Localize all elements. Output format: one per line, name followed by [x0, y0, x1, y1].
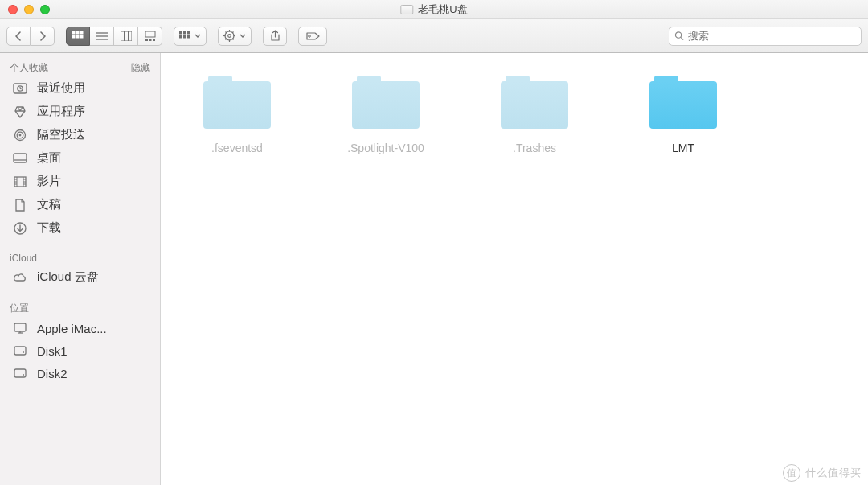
hdd-icon — [11, 366, 29, 380]
svg-rect-17 — [183, 31, 186, 35]
folder-item[interactable]: .fseventsd — [185, 76, 289, 154]
sidebar-item[interactable]: Disk1 — [0, 339, 160, 362]
chevron-down-icon — [194, 34, 201, 39]
sidebar-item[interactable]: Apple iMac... — [0, 317, 160, 339]
svg-rect-1 — [76, 31, 80, 35]
svg-rect-16 — [179, 31, 182, 35]
sidebar: 个人收藏隐藏最近使用应用程序隔空投送桌面影片文稿下载iCloudiCloud 云… — [0, 53, 161, 485]
title-bar: 老毛桃U盘 — [0, 0, 868, 19]
svg-rect-52 — [14, 323, 26, 331]
airdrop-icon — [11, 128, 29, 142]
clock-icon — [11, 81, 29, 96]
svg-rect-55 — [14, 347, 26, 355]
sidebar-section-title: iCloud — [10, 253, 37, 264]
tag-icon — [305, 31, 320, 41]
sidebar-item-label: 文稿 — [37, 197, 61, 212]
sidebar-item[interactable]: 下载 — [0, 216, 160, 240]
view-buttons — [66, 27, 162, 46]
sidebar-item[interactable]: Disk2 — [0, 362, 160, 384]
computer-icon — [11, 321, 29, 335]
list-icon — [96, 31, 108, 41]
maximize-window-button[interactable] — [40, 5, 50, 14]
content-area[interactable]: .fseventsd .Spotlight-V100 .Trashes LMT — [161, 53, 868, 485]
icon-view-button[interactable] — [66, 27, 90, 46]
sidebar-item-label: 桌面 — [37, 150, 61, 166]
sidebar-hide-button[interactable]: 隐藏 — [131, 61, 150, 75]
watermark-text: 什么值得买 — [805, 466, 862, 480]
svg-rect-57 — [14, 369, 26, 377]
gallery-icon — [145, 31, 156, 41]
toolbar — [0, 19, 868, 53]
close-window-button[interactable] — [8, 5, 18, 14]
window-title: 老毛桃U盘 — [400, 2, 467, 17]
sidebar-section-header: iCloud — [0, 249, 160, 265]
sidebar-item[interactable]: 文稿 — [0, 193, 160, 216]
folder-item[interactable]: .Trashes — [482, 76, 587, 154]
chevron-left-icon — [14, 31, 23, 41]
folder-label: .Trashes — [513, 142, 556, 154]
svg-rect-9 — [121, 31, 132, 41]
svg-rect-19 — [179, 35, 182, 39]
watermark-logo-icon: 值 — [783, 464, 800, 482]
arrange-button[interactable] — [174, 27, 207, 46]
svg-rect-15 — [153, 39, 155, 41]
folder-label: .fseventsd — [211, 142, 263, 154]
svg-line-34 — [681, 37, 683, 39]
search-field[interactable] — [669, 27, 862, 46]
sidebar-item[interactable]: iCloud 云盘 — [0, 265, 160, 289]
svg-rect-40 — [14, 154, 27, 162]
tags-group — [298, 27, 327, 46]
arrange-group — [174, 27, 207, 46]
sidebar-item-label: 隔空投送 — [37, 127, 85, 142]
sidebar-item[interactable]: 应用程序 — [0, 100, 160, 123]
sidebar-section-header: 个人收藏隐藏 — [0, 58, 160, 76]
cloud-icon — [11, 270, 29, 285]
svg-rect-2 — [80, 31, 84, 35]
search-input[interactable] — [688, 30, 856, 42]
navigation-buttons — [6, 27, 55, 46]
folder-label: LMT — [672, 142, 694, 154]
sidebar-item[interactable]: 最近使用 — [0, 76, 160, 100]
forward-button[interactable] — [31, 27, 55, 46]
watermark: 值 什么值得买 — [783, 464, 862, 482]
svg-point-32 — [309, 35, 311, 37]
back-button[interactable] — [6, 27, 31, 46]
sidebar-item[interactable]: 隔空投送 — [0, 123, 160, 146]
action-button[interactable] — [218, 27, 252, 46]
svg-rect-20 — [183, 35, 186, 39]
folder-item[interactable]: .Spotlight-V100 — [334, 76, 438, 154]
sidebar-item-label: Apple iMac... — [37, 322, 107, 335]
svg-rect-18 — [187, 31, 190, 35]
svg-rect-3 — [72, 35, 76, 39]
downloads-icon — [11, 221, 29, 236]
list-view-button[interactable] — [90, 27, 114, 46]
apps-icon — [11, 105, 29, 119]
disk-icon — [400, 5, 413, 14]
sidebar-item[interactable]: 影片 — [0, 170, 160, 193]
sidebar-section-title: 位置 — [10, 302, 29, 315]
sidebar-item-label: 应用程序 — [37, 104, 85, 119]
window-title-text: 老毛桃U盘 — [418, 2, 467, 17]
share-button[interactable] — [263, 27, 287, 46]
folder-icon — [501, 76, 568, 129]
folder-icon — [352, 76, 420, 129]
tags-button[interactable] — [298, 27, 327, 46]
columns-icon — [121, 31, 132, 41]
action-group — [218, 27, 252, 46]
minimize-window-button[interactable] — [24, 5, 34, 14]
share-icon — [270, 30, 280, 42]
chevron-right-icon — [39, 31, 47, 41]
svg-rect-13 — [145, 39, 148, 41]
window-controls — [0, 5, 50, 14]
sidebar-item[interactable]: 桌面 — [0, 146, 160, 170]
svg-point-58 — [23, 374, 24, 376]
sidebar-item-label: 最近使用 — [37, 80, 85, 96]
desktop-icon — [11, 151, 29, 166]
folder-icon — [203, 76, 271, 129]
chevron-down-icon — [240, 34, 246, 39]
folder-item[interactable]: LMT — [631, 76, 735, 154]
column-view-button[interactable] — [114, 27, 138, 46]
folder-label: .Spotlight-V100 — [347, 142, 424, 154]
gallery-view-button[interactable] — [138, 27, 162, 46]
folder-icon — [649, 76, 717, 129]
